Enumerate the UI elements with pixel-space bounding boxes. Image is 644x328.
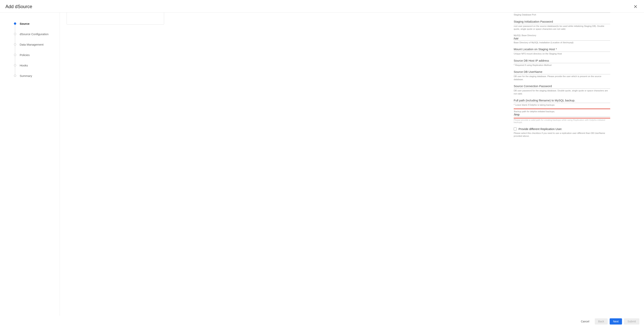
field-helper: * Leave blank if Delphix is taking backu…: [514, 104, 610, 107]
left-config-card: [66, 13, 164, 25]
step-data-management[interactable]: Data Management: [0, 39, 60, 50]
field-backup-full-path: Full path (including filename) to MySQL …: [514, 99, 610, 107]
cancel-button[interactable]: Cancel: [578, 318, 593, 324]
field-helper: root user password on the source databas…: [514, 25, 610, 31]
dialog-footer: Cancel Back Next Submit: [0, 316, 644, 328]
field-helper: Please select this checkbox if you need …: [514, 132, 610, 138]
step-label: Summary: [20, 74, 32, 78]
source-db-username-input[interactable]: Source DB UserName: [514, 70, 610, 74]
step-source[interactable]: Source: [0, 18, 60, 29]
dialog-body: Source dSource Configuration Data Manage…: [0, 13, 644, 316]
dialog-title: Add dSource: [6, 4, 32, 9]
step-dot-icon: [14, 23, 16, 25]
checkbox-label: Provide different Replication User.: [518, 127, 562, 131]
field-helper: * Required if using Replication Method: [514, 64, 610, 67]
step-label: Hooks: [20, 64, 28, 67]
step-dsource-configuration[interactable]: dSource Configuration: [0, 29, 60, 39]
step-dot-icon: [14, 43, 16, 46]
step-dot-icon: [14, 64, 16, 67]
delphix-backup-path-input[interactable]: /tmp: [514, 113, 610, 117]
close-icon: [634, 5, 638, 9]
replication-user-checkbox-row[interactable]: Provide different Replication User.: [514, 127, 610, 131]
field-staging-database-port: Staging Database Port: [514, 13, 610, 17]
field-helper-obscured: Please provide a valid path for creating…: [514, 119, 610, 123]
field-helper: Base Directory of MySQL Installation (Lo…: [514, 41, 610, 44]
field-mount-location: Mount Location on Staging Host * Unique …: [514, 48, 610, 56]
backup-full-path-input[interactable]: Full path (including filename) to MySQL …: [514, 99, 610, 103]
step-dot-icon: [14, 54, 16, 56]
step-policies[interactable]: Policies: [0, 50, 60, 60]
step-label: Policies: [20, 53, 30, 57]
field-mysql-base-directory: MySQL Base Directory /usr Base Directory…: [514, 34, 610, 44]
step-dot-icon: [14, 75, 16, 77]
staging-init-password-input[interactable]: Staging Initialization Password: [514, 20, 610, 24]
step-summary[interactable]: Summary: [0, 71, 60, 81]
wizard-stepper: Source dSource Configuration Data Manage…: [0, 13, 60, 316]
dialog-header: Add dSource: [0, 0, 644, 13]
mount-location-input[interactable]: Mount Location on Staging Host *: [514, 48, 610, 52]
field-source-db-username: Source DB UserName DB user for the stagi…: [514, 70, 610, 81]
field-source-connection-password: Source Connection Password DB user passw…: [514, 84, 610, 95]
back-button[interactable]: Back: [595, 318, 608, 324]
field-staging-init-password: Staging Initialization Password root use…: [514, 20, 610, 31]
next-button[interactable]: Next: [610, 318, 622, 324]
step-label: dSource Configuration: [20, 33, 48, 36]
form-main-area: Staging Database Port Staging Initializa…: [60, 13, 644, 316]
field-helper: DB user password for the staging databas…: [514, 89, 610, 95]
field-helper: DB user for the staging database. Please…: [514, 75, 610, 81]
close-button[interactable]: [632, 4, 638, 10]
source-db-host-ip-input[interactable]: Source DB Host IP address: [514, 59, 610, 63]
field-source-db-host-ip: Source DB Host IP address * Required if …: [514, 59, 610, 67]
highlighted-field-box: Backup path for delphix-initiated backup…: [514, 109, 610, 118]
field-helper: Unique NFS mount directory on the Stagin…: [514, 52, 610, 56]
step-label: Source: [20, 22, 30, 25]
field-delphix-backup-path: Backup path for delphix-initiated backup…: [514, 110, 610, 117]
source-connection-password-input[interactable]: Source Connection Password: [514, 84, 610, 89]
mysql-base-directory-input[interactable]: /usr: [514, 37, 610, 41]
step-dot-icon: [14, 33, 16, 35]
step-label: Data Management: [20, 43, 44, 46]
replication-user-checkbox[interactable]: [514, 128, 516, 130]
field-helper: Staging Database Port: [514, 13, 610, 17]
source-form-panel: Staging Database Port Staging Initializa…: [514, 13, 610, 144]
submit-button[interactable]: Submit: [624, 318, 639, 324]
step-hooks[interactable]: Hooks: [0, 60, 60, 71]
add-dsource-dialog: Add dSource Source dSource Configuration…: [0, 0, 644, 328]
